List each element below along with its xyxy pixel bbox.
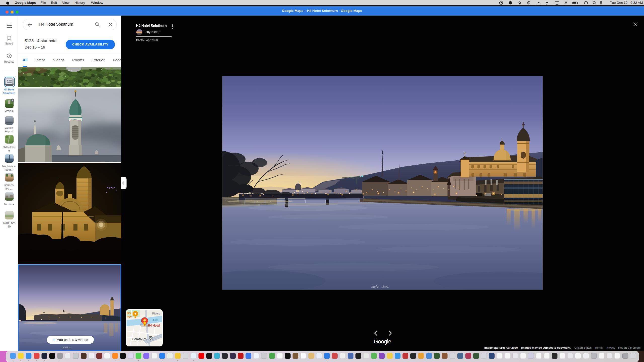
svg-text:kiefer: kiefer xyxy=(371,284,380,288)
svg-text:H4 Hotel: H4 Hotel xyxy=(148,324,160,327)
svg-text:kieferfoto: kieferfoto xyxy=(62,346,71,349)
svg-text:Solothurn: Solothurn xyxy=(132,337,147,341)
svg-text:Aare: Aare xyxy=(152,319,158,322)
svg-text:Ritterq: Ritterq xyxy=(152,312,160,315)
svg-text:photo: photo xyxy=(381,285,390,288)
svg-text:nge: nge xyxy=(127,315,132,318)
svg-text:Bar: Bar xyxy=(127,311,132,314)
